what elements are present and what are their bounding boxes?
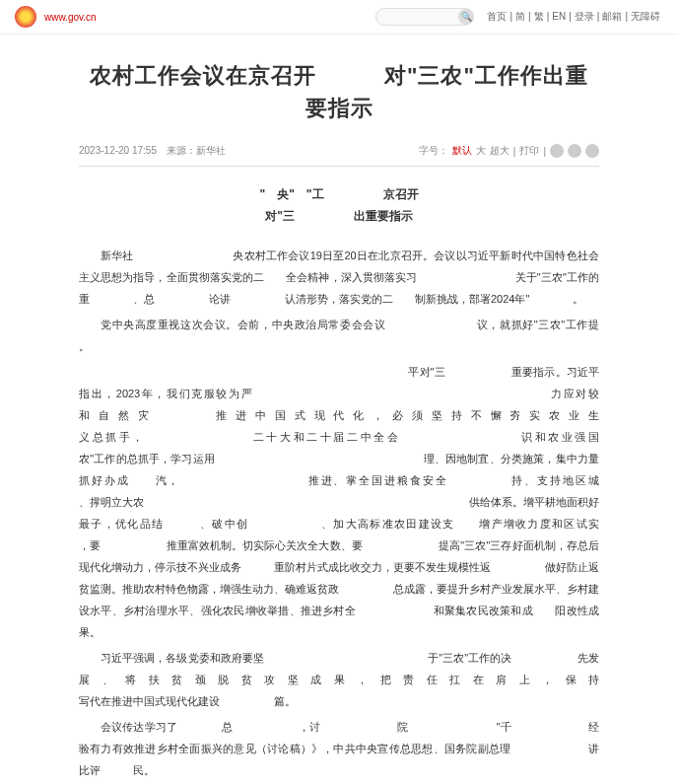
share-icon-2[interactable] xyxy=(568,144,581,158)
share-icon-1[interactable] xyxy=(550,144,564,158)
subtitle-1: " 央" "工 京召开 xyxy=(79,184,599,206)
font-default[interactable]: 默认 xyxy=(452,144,472,158)
font-xlarge[interactable]: 超大 xyxy=(490,144,509,158)
print-button[interactable]: 打印 xyxy=(519,144,539,158)
article-body: 新华社 央农村工作会议19日至20日在北京召开。会议以习近平新时代中国特色社会主… xyxy=(79,245,599,784)
share-icon-3[interactable] xyxy=(585,144,599,158)
site-url[interactable]: www.gov.cn xyxy=(44,12,97,23)
font-large[interactable]: 大 xyxy=(476,144,486,158)
article-meta: 2023-12-20 17:55 来源：新华社 xyxy=(79,144,226,158)
top-nav[interactable]: 首页|简|繁|EN|登录|邮箱|无障碍 xyxy=(484,10,663,24)
article-title: 农村工作会议在京召开 对"三农"工作作出重要指示 xyxy=(79,59,599,124)
gov-emblem xyxy=(15,6,36,28)
subtitle-2: 对"三 出重要指示 xyxy=(79,206,599,228)
